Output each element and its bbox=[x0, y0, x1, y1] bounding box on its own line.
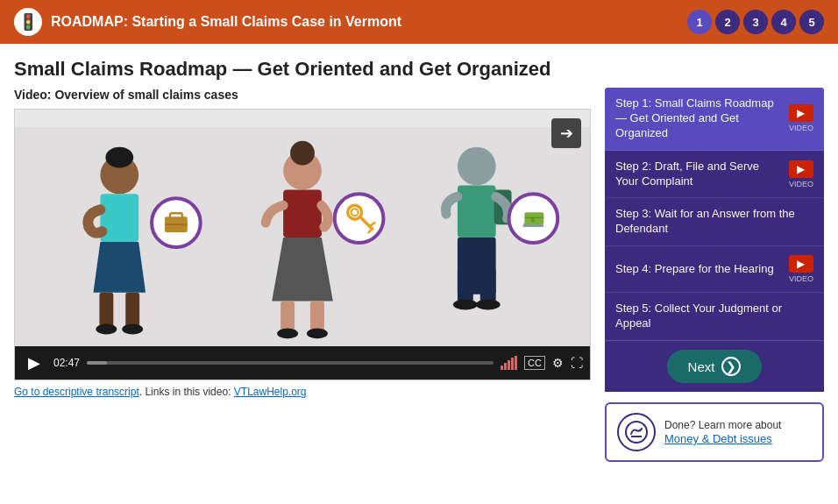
video-expand-button[interactable]: ➔ bbox=[551, 118, 581, 148]
video-illustration: $ bbox=[15, 110, 590, 380]
svg-point-31 bbox=[453, 300, 478, 310]
step4-video-label: VIDEO bbox=[789, 274, 813, 283]
svg-rect-4 bbox=[99, 293, 113, 328]
step1-label: Step 1: Small Claims Roadmap — Get Orien… bbox=[615, 96, 782, 141]
step4-video-badge: ▶ VIDEO bbox=[789, 255, 813, 283]
svg-point-37 bbox=[626, 422, 647, 443]
vol-bar-3 bbox=[508, 360, 510, 370]
header-left: 🚦 ROADMAP: Starting a Small Claims Case … bbox=[14, 8, 401, 36]
next-button[interactable]: Next ❯ bbox=[667, 350, 763, 383]
svg-rect-29 bbox=[458, 268, 473, 303]
fullscreen-icon[interactable]: ⛶ bbox=[571, 356, 583, 370]
next-label: Next bbox=[688, 359, 715, 374]
svg-point-7 bbox=[122, 323, 143, 334]
svg-point-18 bbox=[307, 328, 328, 338]
vol-bar-5 bbox=[515, 356, 517, 370]
main-content: Video: Overview of small claims cases bbox=[0, 88, 838, 476]
sidebar-steps: Step 1: Small Claims Roadmap — Get Orien… bbox=[605, 88, 824, 392]
caption-suffix: . Links in this video: bbox=[139, 386, 234, 398]
svg-point-32 bbox=[476, 300, 501, 310]
sidebar-item-step1[interactable]: Step 1: Small Claims Roadmap — Get Orien… bbox=[605, 88, 824, 151]
money-debt-text: Done? Learn more about Money & Debt issu… bbox=[664, 419, 781, 445]
step4-video-icon: ▶ bbox=[789, 255, 813, 273]
step-circles: 1 2 3 4 5 bbox=[687, 10, 824, 34]
step-circle-5[interactable]: 5 bbox=[799, 10, 824, 34]
video-container: $ ➔ ▶ 02:47 bbox=[14, 109, 591, 380]
step3-label: Step 3: Wait for an Answer from the Defe… bbox=[615, 207, 813, 237]
step-circle-2[interactable]: 2 bbox=[715, 10, 740, 34]
sidebar-item-step4[interactable]: Step 4: Prepare for the Hearing ▶ VIDEO bbox=[605, 246, 824, 293]
svg-point-2 bbox=[105, 147, 133, 168]
scene: $ ➔ bbox=[15, 110, 590, 380]
sidebar-item-step3[interactable]: Step 3: Wait for an Answer from the Defe… bbox=[605, 198, 824, 246]
step2-video-label: VIDEO bbox=[789, 180, 813, 188]
progress-fill bbox=[87, 361, 107, 365]
step4-label: Step 4: Prepare for the Hearing bbox=[615, 262, 782, 277]
step1-video-icon: ▶ bbox=[789, 104, 813, 122]
money-debt-svg bbox=[624, 420, 649, 444]
step1-video-badge: ▶ VIDEO bbox=[789, 104, 813, 132]
step-circle-3[interactable]: 3 bbox=[743, 10, 768, 34]
next-arrow-icon: ❯ bbox=[721, 357, 741, 376]
header-title: ROADMAP: Starting a Small Claims Case in… bbox=[51, 14, 401, 30]
step1-video-label: VIDEO bbox=[789, 124, 813, 132]
video-controls: ▶ 02:47 CC ⚙ ⛶ bbox=[15, 346, 590, 380]
volume-icon bbox=[501, 356, 517, 370]
roadmap-icon: 🚦 bbox=[14, 8, 42, 36]
caption-area: Go to descriptive transcript. Links in t… bbox=[14, 386, 591, 398]
svg-rect-5 bbox=[125, 293, 139, 328]
sidebar: Step 1: Small Claims Roadmap — Get Orien… bbox=[605, 88, 824, 462]
page-title: Small Claims Roadmap — Get Oriented and … bbox=[0, 44, 838, 88]
transcript-link[interactable]: Go to descriptive transcript bbox=[14, 386, 139, 398]
step-circle-1[interactable]: 1 bbox=[687, 10, 712, 34]
vol-bar-2 bbox=[504, 363, 507, 370]
step-circle-4[interactable]: 4 bbox=[771, 10, 796, 34]
step2-video-icon: ▶ bbox=[789, 160, 813, 178]
svg-rect-16 bbox=[310, 302, 324, 332]
svg-rect-30 bbox=[480, 268, 496, 303]
video-area: Video: Overview of small claims cases bbox=[14, 88, 591, 462]
time-display: 02:47 bbox=[53, 357, 80, 369]
step5-label: Step 5: Collect Your Judgment or Appeal bbox=[615, 302, 813, 331]
svg-rect-15 bbox=[281, 302, 295, 332]
svg-rect-14 bbox=[283, 189, 322, 238]
cc-button[interactable]: CC bbox=[524, 356, 545, 370]
vol-bar-1 bbox=[501, 366, 503, 370]
vtlawhelp-link[interactable]: VTLawHelp.org bbox=[234, 386, 307, 398]
vol-bar-4 bbox=[511, 358, 514, 370]
step2-video-badge: ▶ VIDEO bbox=[789, 160, 813, 188]
money-debt-card[interactable]: Done? Learn more about Money & Debt issu… bbox=[605, 402, 824, 462]
money-debt-icon bbox=[617, 413, 656, 451]
svg-point-25 bbox=[458, 147, 496, 186]
svg-text:$: $ bbox=[530, 216, 535, 224]
money-debt-link[interactable]: Money & Debt issues bbox=[664, 432, 772, 445]
svg-point-17 bbox=[277, 328, 298, 338]
progress-bar[interactable] bbox=[87, 361, 494, 365]
svg-rect-26 bbox=[458, 185, 496, 238]
svg-point-13 bbox=[290, 141, 315, 166]
money-debt-title: Done? Learn more about bbox=[664, 419, 781, 431]
svg-point-6 bbox=[96, 323, 117, 334]
video-label: Video: Overview of small claims cases bbox=[14, 88, 591, 102]
next-btn-container: Next ❯ bbox=[605, 340, 824, 392]
header: 🚦 ROADMAP: Starting a Small Claims Case … bbox=[0, 0, 838, 44]
settings-icon[interactable]: ⚙ bbox=[552, 356, 564, 370]
sidebar-item-step5[interactable]: Step 5: Collect Your Judgment or Appeal bbox=[605, 293, 824, 340]
sidebar-item-step2[interactable]: Step 2: Draft, File and Serve Your Compl… bbox=[605, 151, 824, 199]
play-button[interactable]: ▶ bbox=[22, 351, 46, 375]
step2-label: Step 2: Draft, File and Serve Your Compl… bbox=[615, 160, 782, 189]
